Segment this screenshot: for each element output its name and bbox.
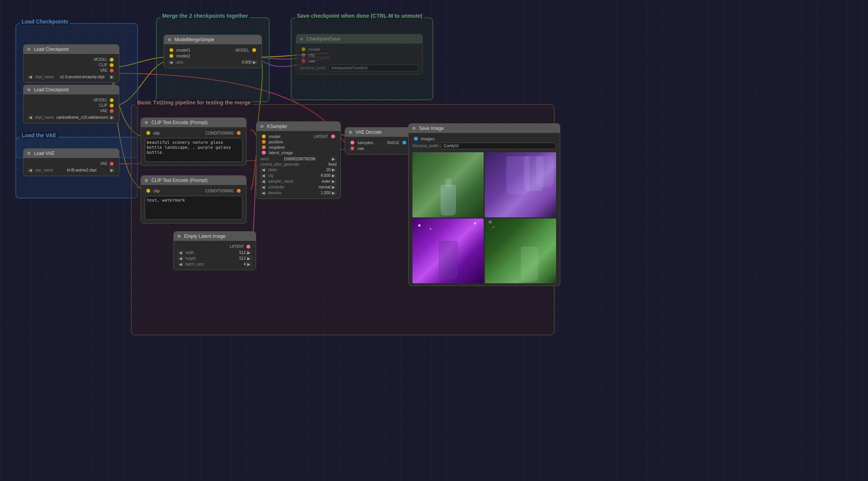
height-row[interactable]: ◀ height 512 ▶ bbox=[178, 256, 252, 261]
port-latent-out-ksampler[interactable] bbox=[331, 135, 335, 138]
scheduler-next[interactable]: ▶ bbox=[330, 185, 337, 190]
steps-row[interactable]: ◀ steps 20 ▶ bbox=[260, 167, 337, 172]
port-clip-out-2[interactable] bbox=[110, 104, 114, 108]
node-clip-encode-pos[interactable]: CLIP Text Encode (Prompt) clip CONDITION… bbox=[141, 118, 246, 166]
node-vae-decode[interactable]: VAE Decode samples IMAGE vae bbox=[345, 127, 412, 155]
seed-row[interactable]: seed 156680208700286 ▶ bbox=[260, 156, 337, 161]
image-2 bbox=[485, 152, 556, 217]
ckpt-prev-1[interactable]: ◀ bbox=[27, 74, 34, 79]
height-next[interactable]: ▶ bbox=[246, 256, 252, 261]
group-title-load-checkpoints: Load Checkpoints bbox=[20, 18, 70, 25]
port-clip-in-save[interactable] bbox=[302, 53, 305, 57]
batch-row[interactable]: ◀ batch_size 4 ▶ bbox=[178, 262, 252, 267]
port-model-out-2[interactable] bbox=[110, 98, 114, 102]
batch-next[interactable]: ▶ bbox=[246, 262, 252, 267]
vae-name-row[interactable]: ◀ vae_name kl-f8-anime2.ckpt ▶ bbox=[27, 168, 115, 173]
ckpt-name-row-2[interactable]: ◀ ckpt_name cardosAnime_v10.safetensors … bbox=[27, 115, 115, 120]
title-dot-clip-neg bbox=[145, 179, 148, 182]
node-body-2: MODEL CLIP VAE ◀ ckpt_name cardosAnime_v… bbox=[23, 94, 119, 123]
node-load-vae[interactable]: Load VAE VAE ◀ vae_name kl-f8-anime2.ckp… bbox=[23, 148, 119, 176]
steps-prev[interactable]: ◀ bbox=[260, 167, 266, 172]
port-latent-out-empty[interactable] bbox=[246, 245, 250, 249]
node-title-load-checkpoint-1: Load Checkpoint bbox=[23, 45, 119, 54]
output-vae-node: VAE bbox=[27, 161, 115, 166]
port-latent-in-ksampler[interactable] bbox=[262, 151, 266, 155]
ratio-next[interactable]: ▶ bbox=[251, 60, 258, 65]
denoise-row[interactable]: ◀ denoise 1.000 ▶ bbox=[260, 190, 337, 195]
cfg-next[interactable]: ▶ bbox=[330, 173, 337, 178]
sampler-prev[interactable]: ◀ bbox=[260, 179, 266, 184]
sampler-next[interactable]: ▶ bbox=[330, 179, 337, 184]
node-save-image[interactable]: Save Image images filename_prefix bbox=[408, 123, 560, 286]
scheduler-row[interactable]: ◀ scheduler normal ▶ bbox=[260, 185, 337, 190]
title-dot-clip-pos bbox=[145, 121, 148, 124]
cfg-prev[interactable]: ◀ bbox=[260, 173, 266, 178]
group-title-txt2img: Basic Txt2img pipeline for testing the m… bbox=[136, 99, 252, 106]
node-model-merge[interactable]: ModelMergeSimple model1 MODEL model2 ◀ r… bbox=[164, 35, 262, 68]
port-clip-out-1[interactable] bbox=[110, 63, 114, 67]
filename-prefix-row-save-img[interactable]: filename_prefix bbox=[412, 143, 556, 149]
filename-prefix-input-save[interactable] bbox=[328, 65, 419, 71]
port-image-out-vaedecode[interactable] bbox=[402, 141, 406, 145]
prompt-pos-text[interactable]: beautiful scenery nature glass bottle la… bbox=[145, 138, 242, 162]
node-empty-latent[interactable]: Empty Latent Image LATENT ◀ width 512 ▶ … bbox=[173, 231, 256, 270]
scheduler-prev[interactable]: ◀ bbox=[260, 185, 266, 190]
port-samples-in[interactable] bbox=[350, 141, 354, 145]
port-images-in[interactable] bbox=[414, 137, 418, 141]
ckpt-prev-2[interactable]: ◀ bbox=[27, 115, 34, 120]
title-dot-save bbox=[412, 127, 416, 130]
width-row[interactable]: ◀ width 512 ▶ bbox=[178, 250, 252, 255]
group-title-merge: Merge the 2 checkpoints together bbox=[161, 13, 250, 19]
port-conditioning-out-neg[interactable] bbox=[237, 189, 241, 193]
node-load-checkpoint-1[interactable]: Load Checkpoint MODEL CLIP VAE ◀ ckpt_na… bbox=[23, 44, 119, 83]
width-next[interactable]: ▶ bbox=[246, 250, 252, 255]
ckpt-name-row-1[interactable]: ◀ ckpt_name v1-5-pruned-emaonly.ckpt ▶ bbox=[27, 74, 115, 79]
port-vae-in-vaedecode[interactable] bbox=[350, 146, 354, 150]
steps-next[interactable]: ▶ bbox=[330, 167, 337, 172]
denoise-next[interactable]: ▶ bbox=[330, 190, 337, 195]
control-row[interactable]: control_after_generate fixed bbox=[260, 162, 337, 166]
filename-prefix-input-save-img[interactable] bbox=[441, 143, 556, 149]
node-title-load-checkpoint-2: Load Checkpoint bbox=[23, 85, 119, 94]
port-model1-in[interactable] bbox=[169, 48, 173, 52]
node-title-empty-latent: Empty Latent Image bbox=[174, 232, 256, 241]
width-prev[interactable]: ◀ bbox=[178, 250, 184, 255]
node-clip-encode-neg[interactable]: CLIP Text Encode (Prompt) clip CONDITION… bbox=[141, 175, 246, 224]
port-model2-in[interactable] bbox=[169, 54, 173, 58]
port-vae-out-1[interactable] bbox=[110, 69, 114, 72]
seed-next[interactable]: ▶ bbox=[330, 156, 337, 161]
cfg-row[interactable]: ◀ cfg 8.000 ▶ bbox=[260, 173, 337, 178]
port-vae-in-save[interactable] bbox=[302, 59, 305, 63]
port-vae-out-vae[interactable] bbox=[110, 162, 114, 166]
vae-prev[interactable]: ◀ bbox=[27, 168, 34, 173]
output-vae-1: VAE bbox=[27, 68, 115, 72]
port-vae-out-2[interactable] bbox=[110, 109, 114, 113]
port-model-in-save[interactable] bbox=[302, 47, 305, 51]
node-checkpoint-save[interactable]: CheckpointSave model clip vae filename_p… bbox=[296, 34, 423, 75]
vae-next[interactable]: ▶ bbox=[109, 168, 115, 173]
port-model-out-1[interactable] bbox=[110, 58, 114, 62]
ratio-row[interactable]: ◀ ratio 0.500 ▶ bbox=[168, 60, 258, 65]
port-model-in-ksampler[interactable] bbox=[262, 135, 266, 138]
ckpt-next-2[interactable]: ▶ bbox=[109, 115, 115, 120]
prompt-neg-text[interactable]: text, watermark bbox=[145, 196, 242, 220]
node-body-clip-neg: clip CONDITIONING text, watermark bbox=[141, 185, 246, 223]
node-body-empty-latent: LATENT ◀ width 512 ▶ ◀ height 512 ▶ ◀ ba… bbox=[174, 241, 256, 270]
node-ksampler[interactable]: KSampler model LATENT positive negative … bbox=[256, 121, 341, 199]
height-prev[interactable]: ◀ bbox=[178, 256, 184, 261]
port-clip-in-neg[interactable] bbox=[146, 189, 150, 193]
ratio-prev[interactable]: ◀ bbox=[168, 60, 174, 65]
port-model-out-merge[interactable] bbox=[252, 48, 256, 52]
node-title-clip-neg: CLIP Text Encode (Prompt) bbox=[141, 176, 246, 185]
group-title-save: Save checkpoint when done (CTRL-M to unm… bbox=[295, 13, 424, 19]
port-clip-in-pos[interactable] bbox=[146, 131, 150, 135]
port-positive-in[interactable] bbox=[262, 140, 266, 144]
port-conditioning-out-pos[interactable] bbox=[237, 131, 241, 135]
port-negative-in[interactable] bbox=[262, 145, 266, 149]
denoise-prev[interactable]: ◀ bbox=[260, 190, 266, 195]
sampler-row[interactable]: ◀ sampler_name euler ▶ bbox=[260, 179, 337, 184]
node-load-checkpoint-2[interactable]: Load Checkpoint MODEL CLIP VAE ◀ ckpt_na… bbox=[23, 85, 119, 123]
filename-prefix-row-save[interactable]: filename_prefix bbox=[300, 65, 419, 71]
ckpt-next-1[interactable]: ▶ bbox=[109, 74, 115, 79]
batch-prev[interactable]: ◀ bbox=[178, 262, 184, 267]
